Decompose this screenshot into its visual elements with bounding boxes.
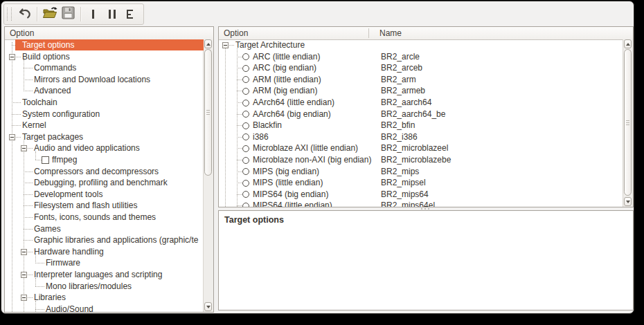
- collapse-expander-icon[interactable]: [9, 134, 15, 140]
- left-column-header[interactable]: Option: [5, 27, 213, 40]
- tree-item-label: Audio/Sound: [46, 304, 93, 312]
- option-row[interactable]: ARM (little endian)BR2_arm: [219, 74, 623, 86]
- scroll-down-button[interactable]: [624, 197, 632, 206]
- column-divider[interactable]: [368, 28, 369, 38]
- collapse-expander-icon[interactable]: [222, 42, 229, 48]
- collapse-expander-icon[interactable]: [21, 145, 27, 151]
- split-view-icon: [109, 10, 116, 19]
- radio-unselected-icon[interactable]: [242, 203, 249, 207]
- collapse-expander-icon[interactable]: [9, 54, 15, 60]
- menu-tree-item[interactable]: Graphic libraries and applications (grap…: [5, 234, 204, 246]
- tree-item-label: ARM (little endian): [253, 74, 321, 86]
- menu-tree-item[interactable]: Compressors and decompressors: [5, 166, 204, 178]
- menu-tree-item[interactable]: Games: [5, 223, 204, 235]
- menu-tree-item[interactable]: Audio/Sound: [5, 304, 204, 312]
- menu-tree-item[interactable]: Toolchain: [5, 97, 204, 109]
- single-view-button[interactable]: [84, 6, 102, 23]
- checkbox-unchecked-icon[interactable]: [42, 156, 49, 164]
- option-row[interactable]: BlackfinBR2_bfin: [219, 120, 623, 131]
- radio-unselected-icon[interactable]: [242, 180, 249, 187]
- menu-tree-item[interactable]: Development tools: [5, 189, 204, 201]
- option-row[interactable]: Microblaze non-AXI (big endian)BR2_micro…: [219, 154, 623, 166]
- tree-branch-line: [35, 309, 44, 310]
- menu-tree-item[interactable]: Filesystem and flash utilities: [5, 200, 204, 212]
- radio-unselected-icon[interactable]: [242, 168, 249, 175]
- tree-branch-line: [35, 263, 44, 264]
- option-row[interactable]: AArch64 (little endian)BR2_aarch64: [219, 97, 623, 109]
- toolbar: [3, 3, 144, 25]
- menu-tree-item[interactable]: Debugging, profiling and benchmark: [5, 177, 204, 189]
- tree-item-label: Kernel: [22, 120, 46, 131]
- left-scrollbar-thumb[interactable]: [204, 49, 212, 176]
- radio-unselected-icon[interactable]: [242, 76, 249, 83]
- radio-unselected-icon[interactable]: [242, 88, 249, 95]
- menu-tree-item[interactable]: Target packages: [5, 131, 204, 143]
- menu-tree-item[interactable]: Hardware handling: [5, 246, 204, 258]
- menu-tree-item[interactable]: Target options: [5, 39, 204, 51]
- menu-tree-item[interactable]: System configuration: [5, 109, 204, 120]
- option-row[interactable]: AArch64 (big endian)BR2_aarch64_be: [219, 109, 623, 120]
- menu-tree-item[interactable]: Fonts, icons, sounds and themes: [5, 212, 204, 223]
- radio-unselected-icon[interactable]: [242, 65, 249, 72]
- open-button[interactable]: [40, 6, 59, 23]
- option-row[interactable]: MIPS64 (big endian)BR2_mips64: [219, 189, 623, 201]
- menu-tree-item[interactable]: Interpreter languages and scripting: [5, 269, 204, 281]
- option-row[interactable]: ARM (big endian)BR2_armeb: [219, 85, 623, 97]
- radio-unselected-icon[interactable]: [242, 133, 249, 140]
- scroll-up-button[interactable]: [624, 39, 632, 48]
- option-row[interactable]: Microblaze AXI (little endian)BR2_microb…: [219, 142, 623, 154]
- radio-unselected-icon[interactable]: [242, 53, 249, 60]
- menu-tree-item[interactable]: Kernel: [5, 120, 204, 131]
- option-row[interactable]: Target Architecture: [219, 39, 623, 51]
- symbol-name: BR2_arceb: [381, 62, 422, 74]
- scroll-down-button[interactable]: [204, 302, 212, 311]
- menu-tree-item[interactable]: Firmware: [5, 257, 204, 269]
- option-row[interactable]: ARC (little endian)BR2_arcle: [219, 51, 623, 63]
- undo-button[interactable]: [15, 6, 34, 23]
- arrow-up-icon: [626, 43, 630, 46]
- right-scrollbar-thumb[interactable]: [624, 49, 632, 196]
- right-scrollbar[interactable]: [623, 39, 633, 207]
- collapse-expander-icon[interactable]: [21, 295, 27, 301]
- menu-tree-item[interactable]: Advanced: [5, 85, 204, 97]
- option-row[interactable]: MIPS (little endian)BR2_mipsel: [219, 177, 623, 189]
- tree-item-label: System configuration: [22, 109, 100, 120]
- tree-branch-line: [24, 171, 33, 173]
- tree-item-label: i386: [253, 131, 269, 143]
- option-row[interactable]: i386BR2_i386: [219, 131, 623, 143]
- radio-unselected-icon[interactable]: [242, 100, 249, 106]
- split-view-button[interactable]: [102, 6, 121, 23]
- toolbar-drag-handle[interactable]: [7, 8, 12, 21]
- tree-item-label: Fonts, icons, sounds and themes: [34, 212, 156, 223]
- menu-tree-item[interactable]: ffmpeg: [5, 154, 204, 166]
- full-view-button[interactable]: [121, 6, 140, 23]
- collapse-expander-icon[interactable]: [21, 272, 27, 278]
- menu-tree-item[interactable]: Mirrors and Download locations: [5, 74, 204, 86]
- radio-unselected-icon[interactable]: [242, 145, 249, 152]
- scroll-up-button[interactable]: [204, 39, 212, 48]
- arrow-down-icon: [626, 201, 630, 203]
- radio-unselected-icon[interactable]: [242, 157, 249, 164]
- option-row[interactable]: ARC (big endian)BR2_arceb: [219, 62, 623, 74]
- symbol-name: BR2_bfin: [381, 120, 415, 131]
- help-panel: Target options: [218, 210, 634, 310]
- menu-tree-item[interactable]: Commands: [5, 62, 204, 74]
- option-row[interactable]: MIPS64 (little endian)BR2_mips64el: [219, 200, 623, 207]
- radio-unselected-icon[interactable]: [242, 111, 249, 118]
- single-view-icon: [92, 10, 94, 19]
- save-button[interactable]: [59, 6, 78, 23]
- collapse-expander-icon[interactable]: [21, 249, 27, 255]
- menu-tree-item[interactable]: Mono libraries/modules: [5, 281, 204, 292]
- menu-tree-item[interactable]: Build options: [5, 51, 204, 63]
- radio-unselected-icon[interactable]: [242, 191, 249, 198]
- options-tree: Target ArchitectureARC (little endian)BR…: [219, 39, 623, 207]
- symbol-name: BR2_microblazeel: [381, 142, 448, 154]
- radio-unselected-icon[interactable]: [242, 122, 249, 129]
- option-row[interactable]: MIPS (big endian)BR2_mips: [219, 166, 623, 178]
- right-column-header[interactable]: Option Name: [219, 27, 633, 40]
- tree-item-label: Audio and video applications: [34, 142, 140, 154]
- full-view-icon: [127, 10, 134, 19]
- menu-tree-item[interactable]: Audio and video applications: [5, 142, 204, 154]
- menu-tree-item[interactable]: Libraries: [5, 292, 204, 304]
- left-scrollbar[interactable]: [203, 39, 213, 312]
